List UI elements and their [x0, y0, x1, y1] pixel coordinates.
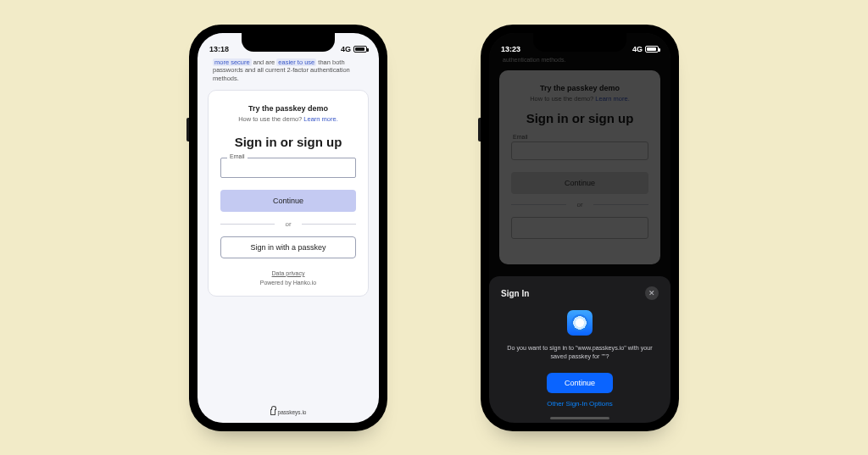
email-label: Email — [227, 153, 248, 159]
notch — [533, 33, 626, 52]
home-indicator — [550, 417, 609, 419]
card-footer-links: Data privacy Powered by Hanko.io — [220, 270, 356, 286]
phone-right: 13:23 4G authentication methods. Try the… — [481, 25, 679, 431]
email-field-wrap: Email — [220, 158, 356, 178]
signin-sheet: Sign In ✕ Do you want to sign in to "www… — [489, 276, 670, 422]
or-divider: or — [220, 220, 356, 228]
sheet-title: Sign In — [501, 289, 529, 298]
howto-text: How to use the demo? Learn more. — [220, 115, 356, 123]
intro-text: more secure and are easier to use than b… — [198, 55, 379, 90]
sheet-continue-button[interactable]: Continue — [547, 373, 613, 393]
safari-icon — [567, 310, 593, 336]
intro-highlight-1: more secure — [213, 58, 252, 66]
screen-left: 13:18 4G more secure and are easier to u… — [198, 33, 379, 423]
continue-button[interactable]: Continue — [220, 190, 356, 212]
status-network: 4G — [632, 45, 643, 53]
passkey-signin-button[interactable]: Sign in with a passkey — [220, 236, 356, 258]
other-signin-link[interactable]: Other Sign-In Options — [501, 400, 659, 408]
sheet-message: Do you want to sign in to "www.passkeys.… — [501, 344, 659, 360]
data-privacy-link[interactable]: Data privacy — [220, 270, 356, 276]
status-time: 13:23 — [501, 45, 520, 53]
signin-card: Try the passkey demo How to use the demo… — [208, 90, 369, 297]
learn-more-link[interactable]: Learn more. — [303, 115, 337, 123]
battery-icon — [353, 46, 367, 53]
address-domain: passkeys.io — [278, 409, 307, 415]
close-button[interactable]: ✕ — [645, 286, 659, 300]
try-title: Try the passkey demo — [220, 104, 356, 113]
battery-icon — [645, 46, 659, 53]
address-bar[interactable]: passkeys.io — [198, 406, 379, 419]
signin-headline: Sign in or sign up — [220, 135, 356, 149]
intro-highlight-2: easier to use — [276, 58, 316, 66]
status-time: 13:18 — [209, 45, 229, 53]
email-input[interactable] — [220, 158, 356, 178]
powered-by-text: Powered by Hanko.io — [260, 280, 317, 286]
notch — [242, 33, 335, 52]
status-network: 4G — [341, 45, 351, 53]
screen-right: 13:23 4G authentication methods. Try the… — [489, 33, 670, 423]
lock-icon — [270, 409, 275, 415]
close-icon: ✕ — [648, 289, 655, 297]
phone-left: 13:18 4G more secure and are easier to u… — [189, 25, 387, 431]
